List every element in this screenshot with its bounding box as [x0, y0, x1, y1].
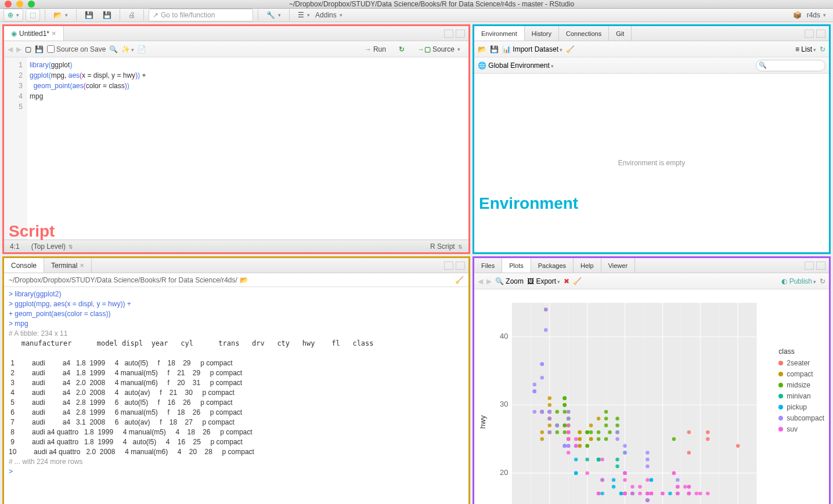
run-button[interactable]: →Run: [360, 45, 391, 53]
svg-point-203: [687, 492, 691, 495]
svg-text:40: 40: [500, 332, 508, 340]
svg-point-220: [650, 492, 653, 495]
tab-packages[interactable]: Packages: [531, 258, 574, 273]
maximize-pane-icon[interactable]: [816, 30, 825, 38]
list-view-button[interactable]: ≡ List▾: [795, 45, 816, 53]
goto-icon: ↗: [153, 11, 158, 19]
svg-point-94: [556, 430, 559, 434]
close-tab-icon[interactable]: ×: [52, 29, 56, 38]
open-file-button[interactable]: 📂▾: [50, 9, 71, 21]
find-icon[interactable]: 🔍: [109, 45, 118, 53]
tab-help[interactable]: Help: [574, 258, 601, 273]
print-button[interactable]: 🖨: [125, 9, 139, 21]
goto-file-input[interactable]: ↗ Go to file/function: [149, 9, 253, 21]
svg-point-217: [585, 471, 589, 474]
script-tab[interactable]: ◉ Untitled1* ×: [4, 26, 64, 41]
refresh-plot-icon[interactable]: ↻: [820, 277, 825, 285]
refresh-env-icon[interactable]: ↻: [820, 45, 825, 53]
show-in-new-window-icon[interactable]: ▢: [25, 45, 31, 53]
svg-point-206: [630, 485, 634, 488]
svg-point-189: [623, 478, 626, 481]
filetype-selector[interactable]: R Script ⇅: [430, 242, 463, 251]
search-icon: 🔍: [759, 61, 767, 69]
new-project-button[interactable]: ⬚: [26, 9, 40, 21]
minimize-window-icon[interactable]: [16, 1, 23, 8]
svg-point-110: [612, 478, 615, 481]
compile-icon[interactable]: 📄: [138, 45, 146, 53]
svg-point-162: [567, 410, 570, 414]
tab-viewer[interactable]: Viewer: [601, 258, 635, 273]
terminal-tab[interactable]: Terminal×: [44, 258, 92, 273]
save-icon[interactable]: 💾: [35, 45, 44, 53]
import-dataset-button[interactable]: 📊 Import Dataset▾: [502, 45, 562, 53]
svg-point-67: [589, 430, 593, 434]
source-button[interactable]: →▢Source▾: [413, 45, 465, 53]
svg-point-209: [676, 492, 679, 495]
zoom-window-icon[interactable]: [28, 1, 35, 8]
plot-forward-icon[interactable]: ▶: [486, 277, 492, 285]
save-workspace-icon[interactable]: 💾: [490, 45, 499, 53]
svg-point-44: [589, 437, 593, 441]
svg-point-69: [608, 430, 611, 434]
console-tab[interactable]: Console: [4, 258, 44, 273]
console-output[interactable]: > library(ggplot2) > ggplot(mpg, aes(x =…: [4, 287, 468, 504]
minimize-pane-icon[interactable]: [805, 30, 814, 38]
tools-button[interactable]: 🔧▾: [263, 9, 284, 21]
zoom-button[interactable]: 🔍 Zoom: [495, 277, 524, 285]
svg-point-128: [574, 458, 578, 461]
clear-console-icon[interactable]: 🧹: [455, 276, 464, 284]
save-all-button[interactable]: 💾: [99, 9, 115, 21]
maximize-pane-icon[interactable]: [816, 262, 825, 270]
clear-objects-icon[interactable]: 🧹: [566, 45, 575, 53]
search-environment-input[interactable]: 🔍: [756, 60, 825, 71]
tab-history[interactable]: History: [525, 26, 559, 41]
working-directory: ~/Dropbox/Dropbox/STUDY/Data Science/Boo…: [9, 276, 237, 284]
svg-point-139: [623, 444, 626, 447]
back-icon[interactable]: ◀: [8, 45, 13, 53]
scope-selector[interactable]: (Top Level) ⇅: [31, 242, 74, 251]
svg-text:hwy: hwy: [478, 415, 487, 429]
maximize-pane-icon[interactable]: [456, 30, 465, 38]
tab-files[interactable]: Files: [474, 258, 502, 273]
svg-point-46: [597, 416, 600, 420]
svg-point-181: [646, 498, 649, 502]
window-title: ~/Dropbox/Dropbox/STUDY/Data Science/Boo…: [35, 0, 828, 8]
rerun-button[interactable]: ↻: [394, 45, 409, 53]
addins-button[interactable]: ☰▾ Addins▾: [294, 9, 346, 21]
source-on-save-checkbox[interactable]: Source on Save: [47, 45, 106, 53]
environment-empty-message: Environment is empty: [474, 74, 829, 252]
svg-point-111: [612, 485, 615, 488]
close-window-icon[interactable]: [5, 1, 12, 8]
code-editor[interactable]: 12345 library(ggplot) ggplot(mpg, aes(x …: [4, 57, 468, 240]
minimize-pane-icon[interactable]: [444, 262, 453, 270]
svg-point-26: [687, 451, 691, 454]
svg-point-197: [574, 444, 578, 447]
tab-connections[interactable]: Connections: [559, 26, 609, 41]
plot-back-icon[interactable]: ◀: [478, 277, 483, 285]
tab-environment[interactable]: Environment: [474, 26, 525, 41]
export-button[interactable]: 🖼 Export▾: [527, 277, 560, 285]
svg-point-101: [585, 458, 589, 461]
svg-point-157: [544, 308, 547, 311]
minimize-pane-icon[interactable]: [805, 262, 814, 270]
save-button[interactable]: 💾: [81, 9, 97, 21]
svg-point-222: [695, 492, 698, 495]
environment-scope-button[interactable]: 🌐 Global Environment▾: [478, 61, 554, 70]
project-menu[interactable]: 📦 r4ds▾: [789, 9, 830, 21]
maximize-pane-icon[interactable]: [456, 262, 465, 270]
tab-git[interactable]: Git: [609, 26, 632, 41]
publish-button[interactable]: ◐ Publish▾: [781, 277, 816, 285]
remove-plot-icon[interactable]: ✖: [564, 277, 569, 285]
svg-point-117: [668, 492, 672, 495]
forward-icon[interactable]: ▶: [16, 45, 21, 53]
workdir-menu-icon[interactable]: 📂: [240, 276, 248, 284]
new-file-button[interactable]: ⊕▾: [3, 9, 23, 21]
svg-point-176: [706, 492, 709, 495]
tab-plots[interactable]: Plots: [502, 258, 531, 273]
wand-icon[interactable]: ✨▾: [121, 45, 134, 53]
load-workspace-icon[interactable]: 📂: [478, 45, 486, 53]
svg-point-208: [646, 492, 649, 495]
svg-point-138: [623, 451, 626, 454]
minimize-pane-icon[interactable]: [444, 30, 453, 38]
clear-plots-icon[interactable]: 🧹: [573, 277, 582, 285]
